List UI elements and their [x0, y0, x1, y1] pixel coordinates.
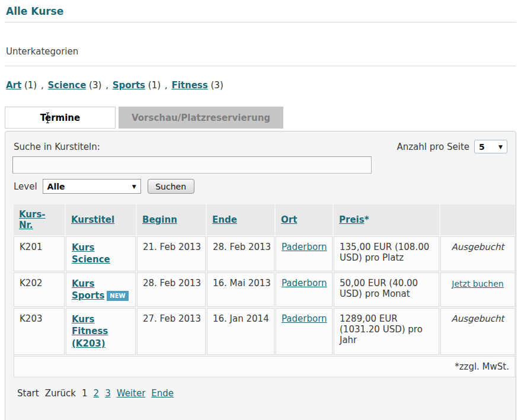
chevron-down-icon: ▼ — [132, 184, 136, 190]
tab-termine-label: Termine — [40, 113, 80, 123]
sort-beginn[interactable]: Beginn — [142, 214, 177, 225]
table-row: K202 Kurs SportsNEW 28. Feb 2013 16. Mai… — [14, 272, 515, 307]
course-title-link[interactable]: Kurs Sports — [72, 278, 104, 301]
level-select-value: Alle — [47, 182, 65, 191]
pagination-back: Zurück — [45, 388, 76, 399]
category-links: Art (1) , Science (3) , Sports (1) , Fit… — [0, 66, 521, 91]
course-number: K201 — [14, 236, 65, 271]
category-link-science[interactable]: Science — [48, 80, 87, 91]
sort-ort[interactable]: Ort — [281, 214, 297, 225]
sort-kurs-nr[interactable]: Kurs-Nr. — [19, 209, 46, 230]
pagination-end[interactable]: Ende — [151, 388, 174, 399]
search-label: Suche in Kurstiteln: — [14, 142, 100, 152]
chevron-down-icon: ▼ — [498, 144, 503, 150]
category-separator: , — [164, 80, 169, 91]
sort-ende[interactable]: Ende — [212, 214, 237, 225]
course-price: 1289,00 EUR (1031.20 USD) pro Jahr — [334, 308, 439, 355]
pagination: Start Zurück 1 2 3 Weiter Ende — [12, 388, 509, 399]
course-table: Kurs-Nr. Kurstitel Beginn Ende Ort Preis… — [12, 203, 516, 379]
course-begin: 21. Feb 2013 — [137, 236, 206, 271]
course-end: 16. Jan 2014 — [207, 308, 274, 355]
book-now-link[interactable]: Jetzt buchen — [452, 279, 503, 288]
course-end: 16. Mai 2013 — [207, 272, 274, 307]
category-count: (3) — [89, 80, 101, 91]
category-link-sports[interactable]: Sports — [113, 80, 145, 91]
termine-panel: Suche in Kurstiteln: Anzahl pro Seite 5 … — [5, 131, 516, 420]
course-title-link[interactable]: Kurs Fitness (K203) — [72, 314, 108, 349]
table-footer-row: *zzgl. MwSt. — [14, 356, 515, 377]
new-badge: NEW — [107, 291, 128, 301]
per-page-label: Anzahl pro Seite — [397, 142, 469, 152]
tab-vorschau-platzreservierung[interactable]: Vorschau/Platzreservierung — [119, 107, 283, 129]
empty-header-cell — [440, 204, 515, 235]
category-link-fitness[interactable]: Fitness — [171, 80, 207, 91]
category-count: (1) — [148, 80, 161, 91]
category-count: (3) — [210, 80, 223, 91]
per-page-select[interactable]: 5 ▼ — [474, 140, 507, 153]
category-separator: , — [104, 80, 110, 91]
tab-bar: Termine Vorschau/Platzreservierung — [5, 107, 516, 129]
location-link[interactable]: Paderborn — [282, 278, 327, 288]
per-page-value: 5 — [479, 142, 485, 152]
status-booked-out: Ausgebucht — [452, 242, 504, 252]
course-begin: 28. Feb 2013 — [137, 272, 206, 307]
location-link[interactable]: Paderborn — [282, 313, 327, 324]
search-button[interactable]: Suchen — [148, 179, 194, 194]
pagination-next[interactable]: Weiter — [117, 388, 146, 399]
course-number: K203 — [14, 308, 65, 355]
status-booked-out: Ausgebucht — [452, 313, 504, 324]
price-asterisk: * — [365, 214, 369, 225]
course-price: 135,00 EUR (108.00 USD) pro Platz — [334, 236, 439, 271]
sort-kurstitel[interactable]: Kurstitel — [71, 214, 114, 225]
table-row: K203 Kurs Fitness (K203) 27. Feb 2013 16… — [14, 308, 515, 355]
level-select[interactable]: Alle ▼ — [43, 179, 141, 194]
sort-preis[interactable]: Preis — [339, 214, 365, 225]
table-row: K201 Kurs Science 21. Feb 2013 28. Feb 2… — [14, 236, 515, 271]
subcategories-label: Unterkategorien — [0, 23, 521, 66]
table-header-row: Kurs-Nr. Kurstitel Beginn Ende Ort Preis… — [14, 204, 515, 235]
tab-vorschau-label: Vorschau/Platzreservierung — [132, 113, 270, 123]
tab-termine[interactable]: Termine — [5, 107, 116, 129]
page-title: Alle Kurse — [0, 0, 521, 22]
pagination-page-1-current: 1 — [82, 388, 88, 399]
search-input[interactable] — [12, 156, 372, 174]
text-cursor — [47, 113, 48, 123]
course-title-link[interactable]: Kurs Science — [72, 242, 110, 265]
course-begin: 27. Feb 2013 — [137, 308, 206, 355]
vat-footnote: *zzgl. MwSt. — [14, 356, 515, 377]
course-price: 50,00 EUR (40.00 USD) pro Monat — [334, 272, 439, 307]
category-separator: , — [40, 80, 45, 91]
location-link[interactable]: Paderborn — [282, 242, 327, 252]
pagination-page-2[interactable]: 2 — [94, 388, 100, 399]
category-link-art[interactable]: Art — [6, 80, 21, 91]
course-end: 28. Feb 2013 — [207, 236, 274, 271]
pagination-page-3[interactable]: 3 — [105, 388, 111, 399]
course-number: K202 — [14, 272, 65, 307]
pagination-start: Start — [17, 388, 39, 399]
category-count: (1) — [24, 80, 37, 91]
level-label: Level — [14, 181, 37, 192]
